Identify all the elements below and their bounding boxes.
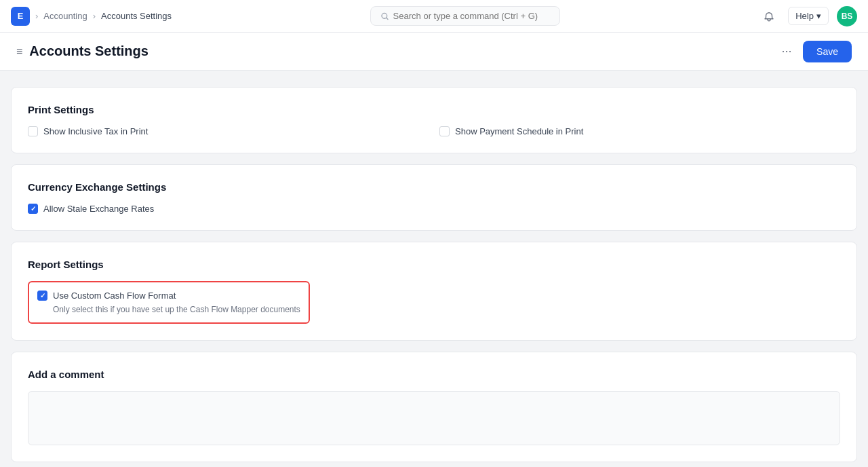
custom-cash-flow-highlight: Use Custom Cash Flow Format Only select … <box>28 281 310 324</box>
page-header-right: ··· Save <box>776 41 852 62</box>
help-button[interactable]: Help ▾ <box>788 7 829 25</box>
show-inclusive-tax-checkbox[interactable]: Show Inclusive Tax in Print <box>28 126 429 136</box>
comment-title: Add a comment <box>28 369 840 380</box>
save-button[interactable]: Save <box>803 41 852 62</box>
print-settings-fields: Show Inclusive Tax in Print Show Payment… <box>28 126 840 136</box>
print-settings-card: Print Settings Show Inclusive Tax in Pri… <box>11 87 857 153</box>
stale-exchange-rates-label: Allow Stale Exchange Rates <box>43 204 154 214</box>
page-title: Accounts Settings <box>29 43 149 59</box>
inclusive-tax-cb[interactable] <box>28 126 38 136</box>
comment-textarea[interactable] <box>28 391 840 445</box>
breadcrumb-sep-2: › <box>93 11 96 21</box>
topbar-left: E › Accounting › Accounts Settings <box>11 7 172 26</box>
notifications-button[interactable] <box>758 5 780 27</box>
page-header: ≡ Accounts Settings ··· Save <box>0 33 868 71</box>
currency-exchange-title: Currency Exchange Settings <box>28 181 840 193</box>
help-label: Help <box>795 11 814 21</box>
topbar-right: Help ▾ BS <box>758 5 857 27</box>
menu-icon[interactable]: ≡ <box>16 45 22 58</box>
show-payment-schedule-checkbox[interactable]: Show Payment Schedule in Print <box>439 126 840 136</box>
topbar-search[interactable] <box>370 6 560 26</box>
avatar[interactable]: BS <box>837 6 857 26</box>
breadcrumb-accounting[interactable]: Accounting <box>43 11 87 21</box>
payment-schedule-cb[interactable] <box>439 126 450 136</box>
currency-exchange-card: Currency Exchange Settings Allow Stale E… <box>11 164 857 231</box>
print-settings-title: Print Settings <box>28 104 840 115</box>
payment-schedule-label: Show Payment Schedule in Print <box>455 126 583 136</box>
custom-cashflow-cb[interactable] <box>37 291 47 301</box>
inclusive-tax-label: Show Inclusive Tax in Print <box>43 126 148 136</box>
custom-cashflow-hint: Only select this if you have set up the … <box>53 305 300 314</box>
bell-icon <box>763 10 775 22</box>
more-options-button[interactable]: ··· <box>776 41 797 62</box>
chevron-down-icon: ▾ <box>816 11 821 21</box>
report-settings-card: Report Settings Use Custom Cash Flow For… <box>11 242 857 341</box>
app-icon[interactable]: E <box>11 7 30 26</box>
custom-cashflow-label: Use Custom Cash Flow Format <box>53 291 176 301</box>
search-bar-container[interactable] <box>370 6 560 26</box>
stale-exchange-rates-checkbox[interactable]: Allow Stale Exchange Rates <box>28 204 840 214</box>
breadcrumb-accounts-settings: Accounts Settings <box>101 11 172 21</box>
comment-card: Add a comment <box>11 352 857 462</box>
search-input[interactable] <box>393 11 550 21</box>
main-content: Print Settings Show Inclusive Tax in Pri… <box>0 71 868 467</box>
breadcrumb-sep-1: › <box>35 11 38 21</box>
page-header-left: ≡ Accounts Settings <box>16 43 149 59</box>
stale-exchange-rates-cb[interactable] <box>28 204 38 214</box>
report-settings-title: Report Settings <box>28 259 840 270</box>
custom-cashflow-checkbox[interactable]: Use Custom Cash Flow Format <box>37 291 300 301</box>
search-icon <box>380 12 389 21</box>
topbar: E › Accounting › Accounts Settings Help … <box>0 0 868 33</box>
